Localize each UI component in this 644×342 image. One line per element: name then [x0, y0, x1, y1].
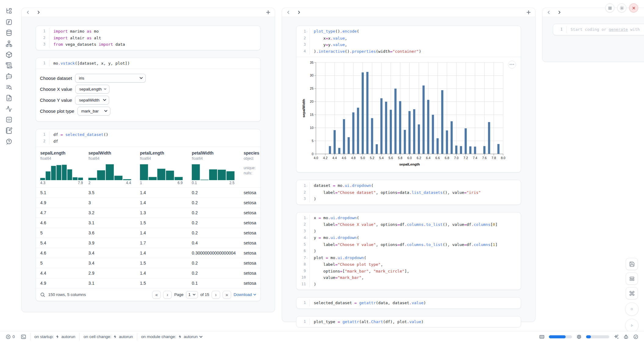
code-line[interactable]: 1plot_type = getattr(alt.Chart(df), plot…: [296, 319, 521, 325]
bar-chart[interactable]: 051015202530354.04.24.44.64.85.05.25.45.…: [301, 59, 507, 168]
scratchpad-icon[interactable]: [4, 126, 13, 135]
ram-usage-meter[interactable]: [549, 335, 572, 338]
code-editor[interactable]: 1plot_type = getattr(alt.Chart(df), plot…: [296, 316, 521, 327]
code-line[interactable]: 4).interactive().properties(width="conta…: [296, 48, 521, 55]
code-line[interactable]: 3 y=y.value,: [296, 41, 521, 48]
code-editor[interactable]: 1df = selected_dataset()2df: [36, 129, 260, 147]
table-row[interactable]: 4.73.21.30.2setosa: [36, 208, 260, 218]
check-circle-icon[interactable]: [633, 334, 639, 340]
prev-page-button[interactable]: ‹: [163, 291, 172, 299]
column-header-petalWidth[interactable]: petalWidth float64 0.12.5: [192, 151, 244, 187]
sparkles-icon[interactable]: [614, 334, 619, 340]
packages-icon[interactable]: [4, 50, 13, 59]
table-row[interactable]: 4.93.11.50.1setosa: [36, 278, 260, 288]
code-line[interactable]: 2df: [36, 138, 260, 145]
add-cell-icon[interactable]: [266, 10, 270, 15]
column-header-species[interactable]: species object unique: nulls:: [244, 151, 260, 187]
code-line[interactable]: 1Start coding or generate with: [553, 26, 644, 33]
code-line[interactable]: 1df = selected_dataset(): [36, 131, 260, 138]
code-line[interactable]: 9 options=["mark_bar", "mark_circle"],: [296, 268, 521, 275]
x-value-select[interactable]: sepalLength: [75, 85, 109, 94]
chat-icon[interactable]: [4, 72, 13, 81]
table-row[interactable]: 5.13.51.40.2setosa: [36, 187, 260, 198]
code-editor[interactable]: 1import marimo as mo2import altair as al…: [36, 26, 260, 50]
code-line[interactable]: 1mo.vstack([dataset, x, y, plot]): [36, 60, 260, 67]
scroll-right-icon[interactable]: [37, 10, 41, 14]
column-header-sepalWidth[interactable]: sepalWidth float64 24.4: [88, 151, 140, 187]
bot-icon[interactable]: [623, 334, 629, 340]
code-line[interactable]: 1⌄dataset = mo.ui.dropdown(: [296, 182, 521, 189]
code-line[interactable]: 4⌄y = mo.ui.dropdown(: [296, 234, 521, 241]
database-icon[interactable]: [4, 28, 13, 37]
first-page-button[interactable]: «: [152, 291, 161, 299]
table-row[interactable]: 4.42.91.40.2setosa: [36, 268, 260, 278]
stop-icon[interactable]: [625, 302, 639, 316]
code-line[interactable]: 1selected_dataset = getattr(data, datase…: [296, 300, 521, 306]
table-row[interactable]: 53.41.50.2setosa: [36, 258, 260, 268]
code-line[interactable]: 8 label="Choose plot type",: [296, 261, 521, 268]
dependencies-icon[interactable]: [4, 39, 13, 48]
y-value-select[interactable]: sepalWidth: [75, 96, 109, 105]
command-icon[interactable]: [626, 287, 638, 299]
code-editor[interactable]: 1⌄x = mo.ui.dropdown(2 label="Choose X v…: [296, 212, 521, 290]
table-row[interactable]: 53.61.40.2setosa: [36, 228, 260, 238]
code-line[interactable]: 7⌄plot = mo.ui.dropdown(: [296, 255, 521, 262]
code-line[interactable]: 6): [296, 248, 521, 255]
code-line[interactable]: 10 value="mark_bar",: [296, 274, 521, 281]
gear-icon[interactable]: [617, 3, 626, 12]
save-icon[interactable]: [626, 258, 638, 270]
code-line[interactable]: 3): [296, 228, 521, 235]
snippets-icon[interactable]: [4, 93, 13, 102]
code-line[interactable]: 1import marimo as mo: [36, 28, 260, 35]
scroll-left-icon[interactable]: [286, 10, 290, 14]
on-module-change-setting[interactable]: on module change: autorun: [141, 334, 203, 339]
help-icon[interactable]: [4, 137, 13, 146]
documentation-icon[interactable]: [4, 61, 13, 70]
code-line[interactable]: 3from vega_datasets import data: [36, 41, 260, 48]
scroll-right-icon[interactable]: [557, 10, 561, 14]
close-icon[interactable]: [629, 3, 638, 12]
functions-icon[interactable]: [4, 17, 13, 27]
table-row[interactable]: 4.63.11.50.2setosa: [36, 218, 260, 228]
dataset-select[interactable]: iris: [75, 74, 146, 83]
column-header-petalLength[interactable]: petalLength float64 16.9: [140, 151, 192, 187]
code-editor[interactable]: 1⌄dataset = mo.ui.dropdown(2 label="Choo…: [296, 180, 521, 205]
code-line[interactable]: 5 label="Choose Y value", options=df.col…: [296, 241, 521, 248]
code-snippet-icon[interactable]: [4, 115, 13, 124]
code-line[interactable]: 1⌄plot_type().encode(: [296, 28, 521, 35]
code-line[interactable]: 11): [296, 281, 521, 288]
table-row[interactable]: 5.43.91.70.4setosa: [36, 238, 260, 248]
code-editor[interactable]: 1mo.vstack([dataset, x, y, plot]): [36, 58, 260, 69]
code-line[interactable]: 2 x=x.value,: [296, 35, 521, 42]
page-select[interactable]: 1: [186, 291, 198, 298]
code-editor[interactable]: 1⌄plot_type().encode(2 x=x.value,3 y=y.v…: [296, 26, 521, 57]
code-line[interactable]: 2import altair as alt: [36, 35, 260, 41]
code-line[interactable]: 3): [296, 196, 521, 202]
code-line[interactable]: 2 label="Choose X value", options=df.col…: [296, 221, 521, 228]
errors-badge[interactable]: 0: [5, 334, 15, 340]
next-page-button[interactable]: ›: [212, 291, 220, 299]
table-row[interactable]: 4.63.41.40.30000000000000004setosa: [36, 248, 260, 258]
download-button[interactable]: Download: [234, 292, 256, 297]
scroll-left-icon[interactable]: [547, 10, 551, 14]
menu-icon[interactable]: [605, 3, 614, 12]
code-editor-placeholder[interactable]: 1Start coding or generate with: [553, 24, 644, 35]
plot-type-select[interactable]: mark_bar: [77, 107, 110, 116]
code-line[interactable]: 1⌄x = mo.ui.dropdown(: [296, 215, 521, 222]
scroll-right-icon[interactable]: [297, 10, 301, 14]
on-cell-change-setting[interactable]: on cell change: autorun: [84, 334, 133, 339]
layout-icon[interactable]: [626, 273, 638, 285]
on-startup-setting[interactable]: on startup: autorun: [34, 334, 76, 339]
scroll-left-icon[interactable]: [26, 10, 30, 14]
cpu-usage-meter[interactable]: [586, 335, 609, 338]
code-editor[interactable]: 1selected_dataset = getattr(data, datase…: [296, 297, 521, 308]
run-icon[interactable]: [625, 319, 639, 332]
logs-icon[interactable]: [4, 83, 13, 92]
add-cell-icon[interactable]: [526, 10, 531, 15]
file-tree-icon[interactable]: [4, 6, 13, 16]
search-icon[interactable]: [40, 292, 45, 297]
code-line[interactable]: 2 label="Choose dataset", options=data.l…: [296, 189, 521, 196]
chart-options-icon[interactable]: •••: [508, 61, 516, 69]
table-row[interactable]: 4.931.40.2setosa: [36, 198, 260, 208]
last-page-button[interactable]: »: [223, 291, 231, 299]
